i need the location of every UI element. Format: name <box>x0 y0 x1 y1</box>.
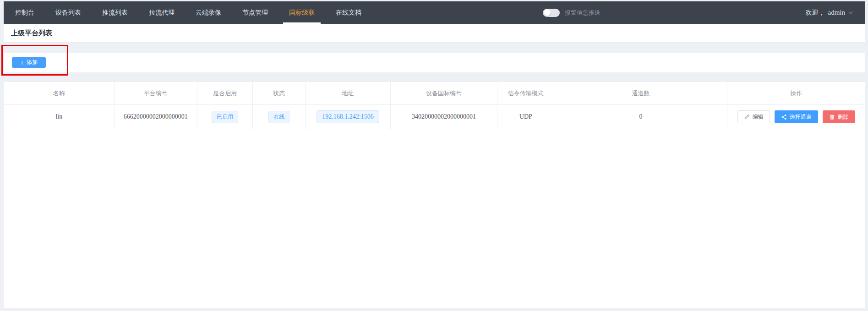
nav-item-gb-cascade[interactable]: 国标级联 <box>278 1 325 24</box>
cell-platform-id: 66620000002000000001 <box>114 105 197 129</box>
table-row: lin 66620000002000000001 已启用 在线 192.168.… <box>4 105 865 129</box>
edit-button-label: 编辑 <box>753 113 764 121</box>
alarm-push-toggle[interactable] <box>543 9 560 17</box>
nav-menu: 控制台 设备列表 推流列表 拉流代理 云端录像 节点管理 国标级联 在线文档 <box>4 1 372 24</box>
select-channel-button[interactable]: 选择通道 <box>775 110 818 123</box>
edit-pen-icon <box>744 114 750 120</box>
cell-channel-count: 0 <box>554 105 727 129</box>
add-button-label: 添加 <box>27 59 38 66</box>
toggle-knob <box>544 9 551 16</box>
nav-item-console[interactable]: 控制台 <box>5 1 45 24</box>
nav-item-push-list[interactable]: 推流列表 <box>92 1 138 24</box>
cell-status: 在线 <box>253 105 306 129</box>
col-header-platform-id: 平台编号 <box>114 82 197 105</box>
alarm-push-label: 报警信息推送 <box>565 9 601 17</box>
col-header-actions: 操作 <box>727 82 865 105</box>
toolbar: + 添加 <box>4 53 865 72</box>
cell-address: 192.168.1.242:1506 <box>306 105 390 129</box>
user-menu[interactable]: 欢迎，admin <box>806 1 854 24</box>
col-header-device-gb-id: 设备国标编号 <box>390 82 497 105</box>
delete-button[interactable]: 删除 <box>823 110 855 123</box>
title-bar: 上级平台列表 <box>4 24 865 43</box>
enabled-badge: 已启用 <box>212 111 238 123</box>
nav-item-online-docs[interactable]: 在线文档 <box>325 1 372 24</box>
welcome-text: 欢迎， <box>806 9 825 17</box>
col-header-name: 名称 <box>4 82 115 105</box>
address-badge: 192.168.1.242:1506 <box>317 110 379 123</box>
username: admin <box>828 9 846 16</box>
platform-table: 名称 平台编号 是否启用 状态 地址 设备国标编号 信令传输模式 通道数 操作 … <box>4 82 865 129</box>
select-channel-label: 选择通道 <box>790 113 812 121</box>
share-icon <box>781 114 787 120</box>
platform-table-card: 名称 平台编号 是否启用 状态 地址 设备国标编号 信令传输模式 通道数 操作 … <box>4 82 865 308</box>
page-root: 控制台 设备列表 推流列表 拉流代理 云端录像 节点管理 国标级联 在线文档 报… <box>0 0 868 311</box>
edit-button[interactable]: 编辑 <box>737 110 770 123</box>
delete-button-label: 删除 <box>838 113 849 121</box>
spacer <box>4 43 865 53</box>
col-header-signal-transport: 信令传输模式 <box>497 82 554 105</box>
cell-actions: 编辑 选择通道 <box>727 105 865 129</box>
col-header-status: 状态 <box>253 82 306 105</box>
page-title: 上级平台列表 <box>11 29 52 38</box>
col-header-address: 地址 <box>306 82 390 105</box>
cell-enabled: 已启用 <box>197 105 252 129</box>
nav-item-cloud-record[interactable]: 云端录像 <box>185 1 232 24</box>
cell-signal-transport: UDP <box>497 105 554 129</box>
cell-device-gb-id: 34020000002000000001 <box>390 105 497 129</box>
col-header-enabled: 是否启用 <box>197 82 252 105</box>
top-nav: 控制台 设备列表 推流列表 拉流代理 云端录像 节点管理 国标级联 在线文档 报… <box>4 1 865 24</box>
spacer <box>4 72 865 82</box>
add-button[interactable]: + 添加 <box>12 57 46 68</box>
cell-name: lin <box>4 105 115 129</box>
trash-icon <box>829 114 835 120</box>
nav-item-pull-proxy[interactable]: 拉流代理 <box>138 1 185 24</box>
nav-item-node-manage[interactable]: 节点管理 <box>232 1 278 24</box>
plus-icon: + <box>20 60 24 66</box>
status-badge: 在线 <box>268 111 289 123</box>
chevron-down-icon <box>848 11 853 15</box>
alarm-push-group: 报警信息推送 <box>543 1 601 24</box>
table-header-row: 名称 平台编号 是否启用 状态 地址 设备国标编号 信令传输模式 通道数 操作 <box>4 82 865 105</box>
nav-item-device-list[interactable]: 设备列表 <box>45 1 92 24</box>
col-header-channel-count: 通道数 <box>554 82 727 105</box>
